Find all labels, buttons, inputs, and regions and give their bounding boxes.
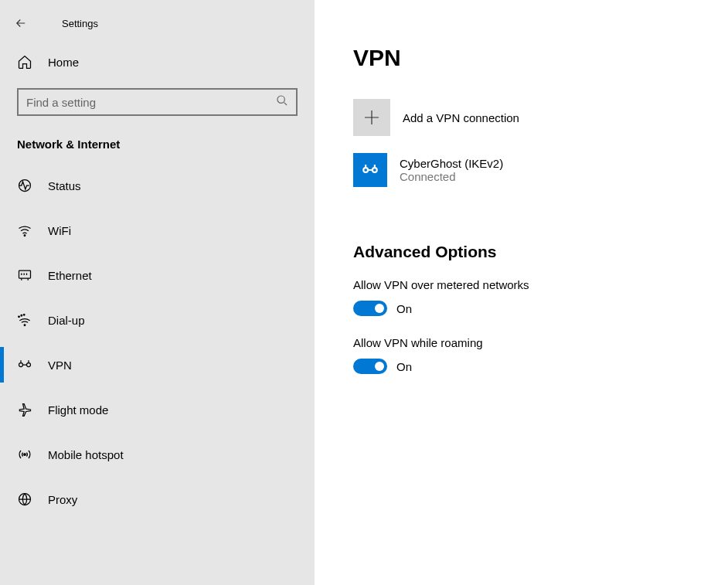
option-label: Allow VPN over metered networks <box>353 278 728 291</box>
page-title: VPN <box>353 45 728 71</box>
option-metered-networks: Allow VPN over metered networks On <box>353 278 728 316</box>
svg-point-12 <box>363 168 368 172</box>
airplane-icon <box>17 402 39 417</box>
option-roaming: Allow VPN while roaming On <box>353 336 728 374</box>
sidebar-item-dialup[interactable]: Dial-up <box>0 298 315 342</box>
wifi-icon <box>17 223 39 238</box>
vpn-icon <box>17 357 39 372</box>
sidebar-item-label: Ethernet <box>48 269 92 282</box>
sidebar-item-label: Dial-up <box>48 314 85 327</box>
toggle-row: On <box>353 359 728 374</box>
sidebar-item-wifi[interactable]: WiFi <box>0 208 315 253</box>
sidebar-item-flight-mode[interactable]: Flight mode <box>0 387 315 432</box>
sidebar-item-label: VPN <box>48 359 72 372</box>
sidebar-item-status[interactable]: Status <box>0 163 315 208</box>
sidebar-item-mobile-hotspot[interactable]: Mobile hotspot <box>0 432 315 477</box>
svg-point-10 <box>24 454 26 456</box>
svg-point-7 <box>23 315 25 316</box>
toggle-knob <box>375 304 384 313</box>
sidebar-item-proxy[interactable]: Proxy <box>0 477 315 522</box>
svg-point-8 <box>19 363 23 367</box>
vpn-connection-name: CyberGhost (IKEv2) <box>400 157 503 170</box>
toggle-metered[interactable] <box>353 301 387 316</box>
back-arrow-icon[interactable] <box>14 16 37 30</box>
svg-point-4 <box>24 325 26 326</box>
section-title: Network & Internet <box>0 116 315 163</box>
svg-point-2 <box>24 235 26 236</box>
toggle-state: On <box>396 360 412 373</box>
svg-point-6 <box>21 315 22 316</box>
svg-rect-3 <box>19 270 31 278</box>
main-panel: VPN Add a VPN connection CyberGhost (IKE… <box>315 0 728 585</box>
hotspot-icon <box>17 447 39 462</box>
window-title: Settings <box>62 18 98 29</box>
option-label: Allow VPN while roaming <box>353 336 728 349</box>
svg-point-13 <box>373 168 377 172</box>
sidebar-item-ethernet[interactable]: Ethernet <box>0 253 315 298</box>
proxy-icon <box>17 491 39 507</box>
advanced-options-title: Advanced Options <box>353 243 728 261</box>
search-box[interactable] <box>17 88 298 116</box>
sidebar-item-label: Proxy <box>48 493 77 506</box>
status-icon <box>17 178 39 193</box>
sidebar-item-label: Status <box>48 179 81 192</box>
sidebar-item-vpn[interactable]: VPN <box>0 342 315 387</box>
toggle-roaming[interactable] <box>353 359 387 374</box>
search-input[interactable] <box>19 90 296 114</box>
svg-point-9 <box>27 363 31 367</box>
dialup-icon <box>17 312 39 328</box>
vpn-connection-icon <box>353 153 387 187</box>
vpn-connection-text: CyberGhost (IKEv2) Connected <box>400 157 503 183</box>
sidebar-header: Settings <box>0 8 315 39</box>
ethernet-icon <box>17 267 39 283</box>
add-vpn-connection[interactable]: Add a VPN connection <box>353 99 728 136</box>
toggle-row: On <box>353 301 728 316</box>
sidebar: Settings Home Network & Internet Status … <box>0 0 315 585</box>
plus-icon <box>353 99 390 136</box>
svg-point-5 <box>19 316 20 318</box>
search-icon <box>276 94 288 110</box>
vpn-connection-status: Connected <box>400 170 503 183</box>
add-vpn-label: Add a VPN connection <box>403 111 519 124</box>
search-wrap <box>0 77 315 116</box>
sidebar-item-label: Mobile hotspot <box>48 448 124 461</box>
vpn-connection-item[interactable]: CyberGhost (IKEv2) Connected <box>353 153 728 187</box>
toggle-state: On <box>396 302 412 315</box>
svg-point-0 <box>277 96 284 103</box>
sidebar-item-label: WiFi <box>48 224 71 237</box>
toggle-knob <box>375 362 384 371</box>
sidebar-home[interactable]: Home <box>0 39 315 77</box>
sidebar-item-label: Flight mode <box>48 403 108 417</box>
home-label: Home <box>48 56 79 69</box>
home-icon <box>17 54 39 70</box>
